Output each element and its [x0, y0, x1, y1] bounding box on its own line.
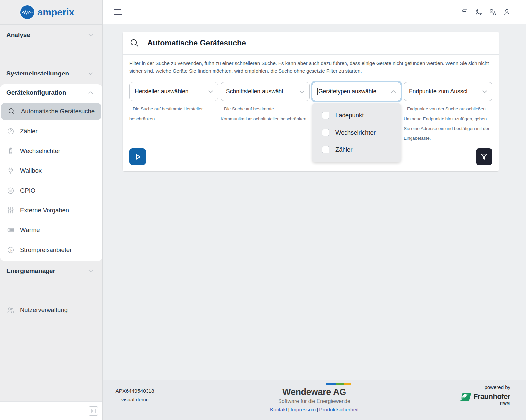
users-icon: [7, 306, 15, 314]
sidebar-item-label: Strompreisanbieter: [20, 246, 72, 254]
user-icon[interactable]: [503, 8, 511, 16]
device-name: visual demo: [109, 395, 161, 404]
link-separator: |: [288, 407, 290, 412]
brand-logo[interactable]: amperix: [0, 0, 102, 25]
arrow-left-box-icon: [90, 408, 96, 414]
start-search-button[interactable]: [129, 148, 146, 165]
sidebar-section-geraetekonfiguration[interactable]: Gerätekonfiguration: [0, 84, 102, 101]
sidebar-item-gpio[interactable]: GPIO: [0, 181, 102, 200]
sidebar-item-wallbox[interactable]: Wallbox: [0, 161, 102, 181]
powered-by-block: powered by Fraunhofer ITWM: [460, 384, 510, 405]
translate-icon[interactable]: [489, 8, 497, 16]
fraunhofer-wordmark: Fraunhofer: [474, 392, 510, 401]
filter-device-types: Gerätetypen auswähle Ladepunkt Wechselri…: [312, 82, 401, 143]
sidebar-section-energiemanager[interactable]: Energiemanager: [0, 264, 102, 278]
checkbox-icon[interactable]: [322, 146, 329, 153]
collapse-sidebar-button[interactable]: [89, 406, 98, 416]
footer-links: Kontakt|Impressum|Produktsicherheit: [269, 407, 360, 413]
sidebar-group-geraetekonfiguration: Gerätekonfiguration Automatische Gerätes…: [0, 84, 102, 261]
funnel-icon: [479, 152, 489, 161]
topbar: [103, 0, 526, 24]
sliders-icon: [7, 206, 15, 214]
option-wechselrichter[interactable]: Wechselrichter: [312, 124, 401, 141]
powered-by-label: powered by: [460, 384, 510, 390]
select-placeholder: Endpunkte zum Ausscl: [409, 88, 481, 95]
chevron-down-icon: [298, 88, 306, 96]
filter-help-text: Endpunkte von der Suche ausschließen. Um…: [404, 104, 492, 143]
device-types-dropdown: Ladepunkt Wechselrichter Zähler: [312, 103, 401, 162]
sidebar-item-externe-vorgaben[interactable]: Externe Vorgaben: [0, 200, 102, 220]
section-label: Energiemanager: [6, 267, 55, 275]
fraunhofer-logo: Fraunhofer: [460, 392, 510, 401]
search-description: Filter in der Suche zu verwenden, führt …: [129, 60, 492, 75]
device-info: APX6449540318 visual demo: [109, 387, 161, 404]
search-icon: [8, 107, 16, 115]
option-zaehler[interactable]: Zähler: [312, 141, 401, 158]
option-label: Ladepunkt: [335, 112, 364, 119]
link-impressum[interactable]: Impressum: [291, 407, 316, 412]
sidebar-item-label: Wallbox: [20, 167, 42, 174]
company-tagline: Software für die Energiewende: [269, 398, 360, 404]
sidebar-collapse-bar: [0, 401, 102, 420]
sidebar-item-nutzerverwaltung[interactable]: Nutzerverwaltung: [0, 300, 102, 320]
fraunhofer-mark-icon: [460, 393, 471, 401]
sidebar-item-automatische-geraetesuche[interactable]: Automatische Gerätesuche: [1, 103, 101, 120]
link-produktsicherheit[interactable]: Produktsicherheit: [319, 407, 359, 412]
sidebar-item-label: Wechselrichter: [20, 147, 60, 155]
filter-interfaces: Schnittstellen auswähl Die Suche auf bes…: [221, 82, 310, 143]
interfaces-select[interactable]: Schnittstellen auswähl: [221, 82, 310, 101]
sidebar-section-analyse[interactable]: Analyse: [0, 28, 102, 42]
signpost-icon[interactable]: [461, 8, 469, 16]
card-header: Automatische Gerätesuche: [123, 32, 499, 55]
option-ladepunkt[interactable]: Ladepunkt: [312, 107, 401, 124]
price-circle-icon: $: [7, 246, 15, 254]
inverter-icon: [7, 147, 15, 155]
sidebar: amperix Analyse Systemeinstellungen Gerä…: [0, 0, 103, 420]
chevron-up-icon: [87, 89, 94, 96]
play-icon: [133, 152, 142, 161]
card-body: Filter in der Suche zu verwenden, führt …: [123, 55, 499, 171]
sidebar-item-strompreisanbieter[interactable]: $ Strompreisanbieter: [0, 240, 102, 260]
page-content: Automatische Gerätesuche Filter in der S…: [103, 24, 526, 380]
checkbox-icon[interactable]: [322, 112, 329, 119]
company-block: Wendeware AG Software für die Energiewen…: [269, 383, 360, 413]
select-placeholder: Schnittstellen auswähl: [226, 88, 298, 95]
endpoints-select[interactable]: Endpunkte zum Ausscl: [404, 82, 492, 101]
moon-icon[interactable]: [475, 8, 483, 16]
svg-text:$: $: [10, 248, 12, 252]
hamburger-icon[interactable]: [114, 8, 122, 15]
chevron-down-icon: [87, 267, 94, 275]
sidebar-item-wechselrichter[interactable]: Wechselrichter: [0, 141, 102, 161]
chevron-down-icon: [207, 88, 214, 96]
card-actions: [129, 148, 492, 165]
device-serial: APX6449540318: [109, 387, 161, 395]
sidebar-item-label: Wärme: [20, 226, 40, 234]
meter-icon: [7, 127, 15, 135]
company-name: Wendeware AG: [269, 387, 360, 397]
sidebar-item-zaehler[interactable]: Zähler: [0, 121, 102, 141]
select-placeholder: Gerätetypen auswähle: [317, 88, 389, 95]
sidebar-section-systemeinstellungen[interactable]: Systemeinstellungen: [0, 66, 102, 81]
filter-manufacturer: Hersteller auswählen... Die Suche auf be…: [129, 82, 218, 143]
option-label: Zähler: [335, 146, 352, 153]
gpio-icon: [7, 187, 15, 195]
sidebar-item-label: Automatische Gerätesuche: [21, 108, 95, 115]
checkbox-icon[interactable]: [322, 129, 329, 136]
select-placeholder: Hersteller auswählen...: [135, 88, 207, 95]
filter-help-text: Die Suche auf bestimmte Kommunikationssc…: [221, 104, 310, 124]
link-separator: |: [317, 407, 318, 412]
brand-name: amperix: [37, 7, 74, 18]
topbar-icons: [461, 8, 511, 16]
search-icon: [130, 38, 139, 48]
chevron-down-icon: [87, 31, 94, 39]
device-types-select[interactable]: Gerätetypen auswähle: [312, 82, 401, 101]
link-kontakt[interactable]: Kontakt: [270, 407, 287, 412]
fraunhofer-unit: ITWM: [460, 401, 510, 405]
section-label: Systemeinstellungen: [6, 70, 69, 77]
filter-endpoints: Endpunkte zum Ausscl Endpunkte von der S…: [404, 82, 492, 143]
amperix-wave-icon: [20, 5, 34, 19]
manufacturer-select[interactable]: Hersteller auswählen...: [129, 82, 218, 101]
filter-settings-button[interactable]: [476, 148, 492, 165]
sidebar-item-waerme[interactable]: Wärme: [0, 220, 102, 240]
sidebar-item-label: Externe Vorgaben: [20, 207, 69, 214]
